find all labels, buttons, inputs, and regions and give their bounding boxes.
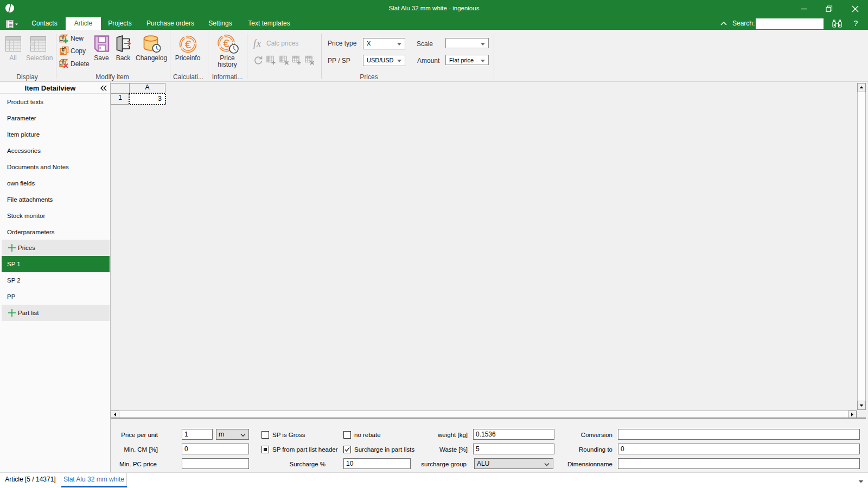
svg-text:€: € — [185, 38, 192, 50]
svg-text:€: € — [223, 37, 229, 49]
